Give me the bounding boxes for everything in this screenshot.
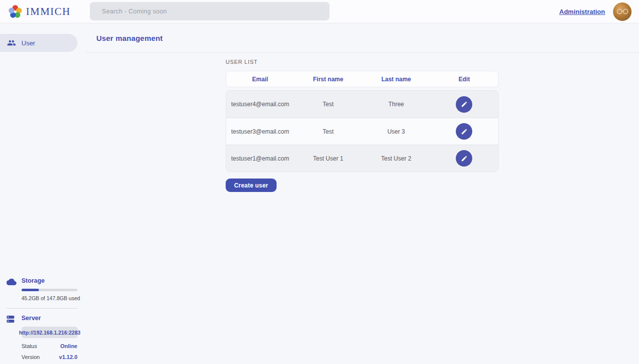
sidebar-item-user-label: User [21, 39, 35, 47]
avatar-glasses-decoration [616, 8, 629, 14]
sidebar: User Storage 45.2GB of 147.8GB used [0, 23, 85, 364]
edit-user-button[interactable] [456, 150, 472, 167]
storage-section: Storage 45.2GB of 147.8GB used [0, 277, 85, 301]
server-status-row: Status Online [21, 343, 77, 349]
server-icon [6, 315, 14, 325]
sidebar-item-user[interactable]: User [0, 34, 77, 52]
cell-first-name: Test [294, 128, 362, 135]
cell-email: testuser3@email.com [226, 128, 294, 135]
table-header-row: Email First name Last name Edit [226, 71, 499, 87]
search-input[interactable] [102, 8, 312, 15]
col-header-edit: Edit [430, 76, 498, 83]
server-version-row: Version v1.12.0 [21, 354, 77, 360]
status-value: Online [60, 343, 77, 349]
cell-first-name: Test User 1 [294, 155, 362, 162]
pencil-icon [461, 155, 468, 162]
server-title: Server [21, 315, 85, 322]
pencil-icon [461, 101, 468, 108]
storage-progress-fill [21, 289, 39, 291]
version-value: v1.12.0 [59, 354, 77, 360]
cell-last-name: User 3 [362, 128, 430, 135]
server-url-badge: http://192.168.1.216:2283 [21, 327, 78, 338]
server-section: Server http://192.168.1.216:2283 Status … [0, 315, 85, 360]
sidebar-divider [6, 308, 77, 309]
storage-title: Storage [21, 277, 85, 284]
cell-email: testuser1@email.com [226, 155, 294, 162]
table-row: testuser1@email.com Test User 1 Test Use… [226, 145, 498, 172]
brand-name: IMMICH [26, 5, 71, 18]
col-header-first-name: First name [294, 76, 362, 83]
search-bar[interactable] [90, 2, 329, 20]
topbar-right: Administration [559, 2, 639, 21]
flower-logo-icon [8, 4, 22, 19]
cell-last-name: Three [362, 101, 430, 108]
status-label: Status [21, 343, 37, 349]
users-icon [7, 38, 16, 47]
top-bar: IMMICH Administration [0, 0, 639, 23]
storage-progress-bar [21, 289, 77, 291]
sidebar-bottom: Storage 45.2GB of 147.8GB used Server ht… [0, 277, 85, 360]
page-title: User management [96, 34, 163, 42]
pencil-icon [461, 128, 468, 135]
edit-user-button[interactable] [456, 123, 472, 140]
immich-logo[interactable]: IMMICH [0, 4, 71, 19]
col-header-email: Email [226, 76, 294, 83]
table-row: testuser3@email.com Test User 3 [226, 118, 498, 145]
table-row: testuser4@email.com Test Three [226, 91, 498, 118]
user-table-body: testuser4@email.com Test Three testuser3… [226, 90, 499, 172]
cell-last-name: Test User 2 [362, 155, 430, 162]
administration-link[interactable]: Administration [559, 8, 605, 15]
create-user-button[interactable]: Create user [226, 179, 277, 192]
col-header-last-name: Last name [362, 76, 430, 83]
version-label: Version [21, 354, 40, 360]
user-list-label: USER LIST [226, 59, 499, 65]
user-avatar[interactable] [613, 2, 632, 21]
storage-usage-text: 45.2GB of 147.8GB used [21, 295, 85, 301]
cell-first-name: Test [294, 101, 362, 108]
main-title-bar: User management [85, 23, 639, 53]
main-content: User management USER LIST Email First na… [85, 23, 639, 364]
edit-user-button[interactable] [456, 96, 472, 113]
user-list-panel: USER LIST Email First name Last name Edi… [226, 59, 499, 192]
cloud-icon [6, 278, 16, 287]
cell-email: testuser4@email.com [226, 101, 294, 108]
